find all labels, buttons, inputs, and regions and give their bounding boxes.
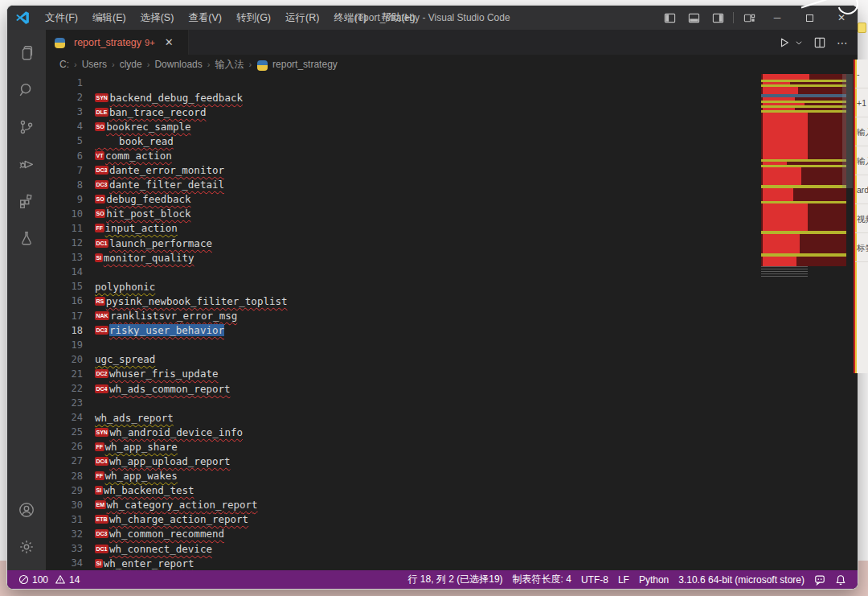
activity-bar — [7, 30, 46, 570]
code-line[interactable]: 7DC3dante_error_monitor — [46, 163, 753, 178]
account-icon[interactable] — [7, 491, 46, 528]
warning-icon — [55, 574, 66, 585]
code-line[interactable]: 15polyphonic — [46, 279, 753, 294]
code-line[interactable]: 12DC1launch_performace — [46, 236, 753, 250]
breadcrumb-file[interactable]: report_strategy — [272, 59, 338, 70]
code-line[interactable]: 28FFwh_app_wakes — [46, 469, 753, 483]
search-icon[interactable] — [7, 72, 46, 109]
control-char-badge: NAK — [95, 311, 109, 320]
breadcrumb-segment[interactable]: 输入法 — [214, 58, 244, 72]
more-actions-icon[interactable]: ⋯ — [837, 36, 850, 49]
control-char-badge: DC3 — [95, 529, 108, 538]
vscode-logo-icon — [15, 10, 30, 25]
menu-item[interactable]: 运行(R) — [278, 6, 326, 30]
toggle-secondary-sidebar-icon[interactable] — [706, 6, 730, 30]
indentation[interactable]: 制表符长度: 4 — [508, 570, 576, 589]
extensions-icon[interactable] — [7, 183, 46, 220]
code-line[interactable]: 31ETBwh_charge_action_report — [46, 512, 753, 527]
explorer-icon[interactable] — [7, 35, 46, 72]
encoding[interactable]: UTF-8 — [576, 570, 613, 589]
code-line[interactable]: 20ugc_spread — [46, 352, 753, 367]
source-control-icon[interactable] — [7, 109, 46, 146]
control-char-badge: DLE — [95, 108, 108, 117]
menu-item[interactable]: 编辑(E) — [85, 6, 133, 30]
cursor-position[interactable]: 行 18, 列 2 (已选择19) — [403, 570, 508, 589]
code-line[interactable]: 19 — [46, 338, 753, 352]
code-line[interactable]: 16RSpysink_newbook_filiter_toplist — [46, 294, 753, 308]
breadcrumb-segment[interactable]: Downloads — [154, 59, 203, 70]
code-line[interactable]: 22DC4wh_ads_common_report — [46, 381, 753, 396]
code-line[interactable]: 32DC3wh_common_recommend — [46, 527, 753, 541]
menu-item[interactable]: 转到(G) — [229, 6, 278, 30]
code-editor[interactable]: 12SYNbackend_debug_feedback3DLEban_trace… — [46, 74, 858, 570]
toggle-panel-icon[interactable] — [682, 6, 706, 30]
code-text: dante_filter_detail — [109, 179, 224, 191]
problems-status[interactable]: 100 14 — [14, 570, 84, 589]
code-line[interactable]: 17NAKranklistsvr_error_msg — [46, 309, 753, 323]
python-interpreter[interactable]: 3.10.6 64-bit (microsoft store) — [674, 570, 809, 589]
breadcrumb-segment[interactable]: clyde — [119, 59, 143, 70]
menu-item[interactable]: 文件(F) — [38, 6, 85, 30]
code-line[interactable]: 24wh_ads_report — [46, 410, 753, 425]
bell-icon[interactable] — [830, 570, 851, 589]
line-number: 32 — [46, 528, 83, 540]
code-line[interactable]: 26FFwh_app_share — [46, 439, 753, 454]
line-number: 14 — [46, 266, 83, 277]
line-number: 27 — [46, 455, 83, 467]
language-mode[interactable]: Python — [634, 570, 674, 589]
tab-report-strategy[interactable]: report_strategy 9+ ✕ — [46, 30, 189, 55]
control-char-badge: FF — [95, 471, 104, 480]
toggle-primary-sidebar-icon[interactable] — [657, 6, 682, 30]
line-number: 26 — [46, 441, 83, 452]
code-line[interactable]: 6VTcomm_action — [46, 148, 753, 162]
code-line[interactable]: 27DC4wh_app_upload_report — [46, 454, 753, 468]
code-text: polyphonic — [95, 281, 155, 293]
code-line[interactable]: 3DLEban_trace_record — [46, 105, 753, 119]
testing-icon[interactable] — [7, 220, 46, 257]
code-line[interactable]: 25SYNwh_android_device_info — [46, 425, 753, 439]
breadcrumb: C:›Users›clyde›Downloads›输入法› report_str… — [46, 55, 858, 74]
code-line[interactable]: 2SYNbackend_debug_feedback — [46, 90, 753, 105]
maximize-button[interactable] — [793, 6, 825, 30]
code-line[interactable]: 34SIwh_enter_report — [46, 556, 753, 570]
run-icon[interactable] — [779, 37, 790, 48]
code-line[interactable]: 30EMwh_category_action_report — [46, 498, 753, 512]
control-char-badge: DC3 — [95, 180, 108, 189]
code-line[interactable]: 5 book_read — [46, 134, 753, 148]
code-line[interactable]: 29SIwh_backend_test — [46, 483, 753, 498]
code-line[interactable]: 11FFinput_action — [46, 221, 753, 236]
code-line[interactable]: 10SOhit_post_block — [46, 207, 753, 221]
code-line[interactable]: 4SObookrec_sample — [46, 119, 753, 134]
code-line[interactable]: 9SOdebug_feedback — [46, 192, 753, 207]
vscode-window: 文件(F)编辑(E)选择(S)查看(V)转到(G)运行(R)终端(T)帮助(H)… — [6, 5, 858, 590]
chevron-down-icon[interactable] — [795, 39, 803, 47]
code-line[interactable]: 14 — [46, 265, 753, 279]
control-char-badge: SI — [95, 253, 103, 262]
minimap[interactable] — [761, 74, 846, 277]
code-line[interactable]: 23 — [46, 396, 753, 410]
menu-item[interactable]: 查看(V) — [181, 6, 229, 30]
eol[interactable]: LF — [613, 570, 634, 589]
customize-layout-icon[interactable] — [737, 6, 761, 30]
code-text: ban_trace_record — [109, 106, 206, 118]
code-text: ugc_spread — [95, 353, 155, 365]
code-line[interactable]: 13SImonitor_quality — [46, 250, 753, 265]
breadcrumb-segment[interactable]: Users — [81, 59, 108, 70]
split-editor-icon[interactable] — [814, 37, 825, 48]
run-and-debug-icon[interactable] — [7, 146, 46, 183]
code-line[interactable]: 8DC3dante_filter_detail — [46, 178, 753, 192]
code-line[interactable]: 21DC2whuser_fris_update — [46, 367, 753, 381]
occluded-text-fragment: - — [855, 60, 868, 88]
breadcrumb-segment[interactable]: C: — [59, 59, 70, 70]
tab-close-icon[interactable]: ✕ — [163, 36, 175, 48]
line-number: 24 — [46, 412, 83, 423]
settings-gear-icon[interactable] — [7, 528, 46, 565]
code-line[interactable]: 33DC1wh_connect_device — [46, 541, 753, 556]
code-line[interactable]: 18DC3risky_user_behavior — [46, 323, 753, 338]
code-line[interactable]: 1 — [46, 76, 753, 90]
menu-item[interactable]: 选择(S) — [133, 6, 182, 30]
feedback-icon[interactable] — [809, 570, 830, 589]
minimize-button[interactable]: ─ — [761, 6, 793, 30]
vertical-scrollbar[interactable] — [842, 74, 853, 188]
code-text: bookrec_sample — [106, 121, 190, 133]
